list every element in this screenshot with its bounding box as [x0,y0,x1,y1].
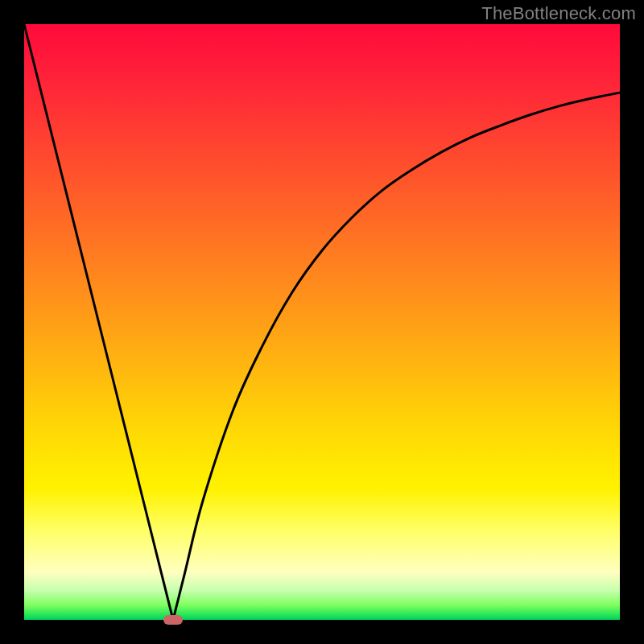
watermark-text: TheBottleneck.com [481,3,636,24]
curve-left-branch [24,24,173,620]
optimum-marker [163,615,183,625]
plot-area [24,24,620,620]
bottleneck-curve [24,24,620,620]
chart-frame: TheBottleneck.com [0,0,644,644]
curve-right-branch [173,93,620,620]
